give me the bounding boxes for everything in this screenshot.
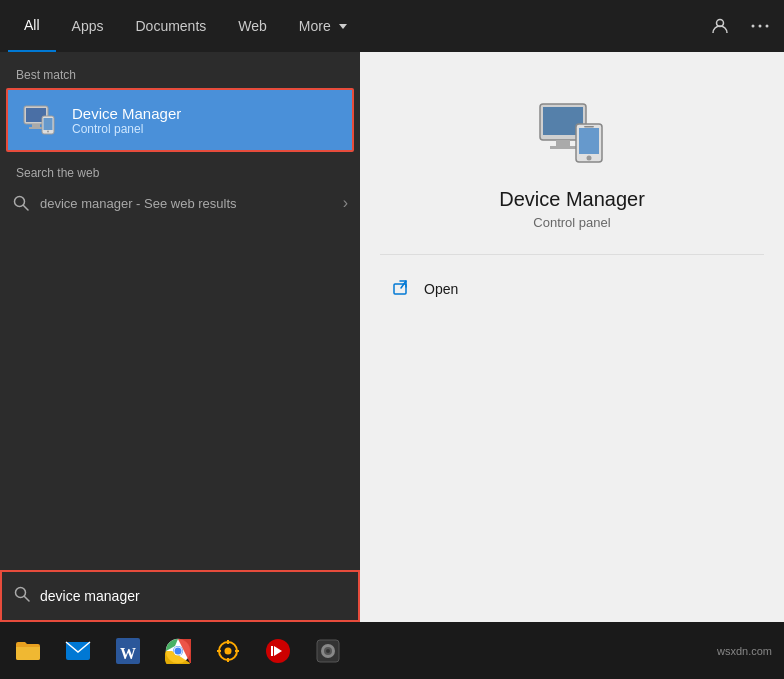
start-menu: All Apps Documents Web More <box>0 0 784 622</box>
svg-point-3 <box>766 25 769 28</box>
svg-line-24 <box>25 597 30 602</box>
svg-point-2 <box>759 25 762 28</box>
main-content: Best match <box>0 52 784 622</box>
person-icon-button[interactable] <box>704 10 736 42</box>
chevron-down-icon <box>339 24 347 29</box>
taskbar-settings[interactable] <box>204 627 252 675</box>
action-open-label: Open <box>424 281 458 297</box>
device-manager-icon-small <box>20 100 60 140</box>
search-web-query: device manager - See web results <box>40 195 343 211</box>
svg-point-1 <box>752 25 755 28</box>
right-panel-app-subtitle: Control panel <box>533 215 610 230</box>
extra-app-icon <box>315 638 341 664</box>
taskbar-extra-app[interactable] <box>304 627 352 675</box>
search-bar-area[interactable] <box>0 570 360 622</box>
arrow-right-icon: › <box>343 194 348 212</box>
right-panel-app-title: Device Manager <box>499 188 645 211</box>
taskbar: W <box>0 622 784 679</box>
taskbar-word[interactable]: W <box>104 627 152 675</box>
taskbar-file-explorer[interactable] <box>4 627 52 675</box>
word-icon: W <box>115 637 141 665</box>
settings-icon <box>215 638 241 664</box>
svg-rect-18 <box>579 128 599 154</box>
search-svg-icon <box>13 195 29 211</box>
svg-rect-20 <box>584 126 594 128</box>
device-manager-svg-large <box>536 96 608 168</box>
search-web-item[interactable]: device manager - See web results › <box>0 184 360 222</box>
svg-text:W: W <box>120 645 136 662</box>
device-manager-svg-small <box>22 102 58 138</box>
best-match-label: Best match <box>0 60 360 86</box>
best-match-text: Device Manager Control panel <box>72 105 181 136</box>
svg-line-12 <box>24 206 29 211</box>
svg-point-19 <box>587 156 592 161</box>
search-bar-svg-icon <box>14 586 30 602</box>
taskbar-torrent[interactable] <box>254 627 302 675</box>
ellipsis-icon-button[interactable] <box>744 10 776 42</box>
divider <box>380 254 764 255</box>
svg-point-10 <box>47 131 49 133</box>
tab-more[interactable]: More <box>283 0 363 52</box>
ellipsis-icon <box>751 24 769 28</box>
best-match-item[interactable]: Device Manager Control panel <box>6 88 354 152</box>
right-panel: Device Manager Control panel Open <box>360 52 784 622</box>
search-web-label: Search the web <box>0 154 360 184</box>
open-icon <box>392 279 412 299</box>
svg-point-33 <box>225 647 232 654</box>
taskbar-chrome[interactable] <box>154 627 202 675</box>
action-open[interactable]: Open <box>380 271 764 307</box>
svg-point-31 <box>175 647 182 654</box>
tab-documents[interactable]: Documents <box>119 0 222 52</box>
chrome-icon <box>165 638 191 664</box>
search-icon <box>12 194 30 212</box>
person-icon <box>711 17 729 35</box>
svg-rect-15 <box>556 140 570 146</box>
device-manager-icon-large <box>532 92 612 172</box>
svg-point-42 <box>326 649 330 653</box>
svg-rect-7 <box>29 127 43 129</box>
open-svg-icon <box>393 280 411 298</box>
best-match-title: Device Manager <box>72 105 181 122</box>
torrent-icon <box>265 638 291 664</box>
svg-rect-21 <box>394 284 406 294</box>
svg-rect-16 <box>550 146 576 149</box>
search-input[interactable] <box>40 588 346 604</box>
tab-all[interactable]: All <box>8 0 56 52</box>
taskbar-watermark: wsxdn.com <box>717 645 780 657</box>
tab-icon-group <box>704 10 776 42</box>
best-match-subtitle: Control panel <box>72 122 181 136</box>
left-panel: Best match <box>0 52 360 622</box>
tab-web[interactable]: Web <box>222 0 283 52</box>
search-bar-icon <box>14 586 30 606</box>
tab-bar: All Apps Documents Web More <box>0 0 784 52</box>
taskbar-mail[interactable] <box>54 627 102 675</box>
tab-apps[interactable]: Apps <box>56 0 120 52</box>
svg-rect-9 <box>44 118 53 130</box>
folder-icon <box>15 640 41 662</box>
svg-rect-6 <box>32 124 40 127</box>
mail-icon <box>65 640 91 662</box>
